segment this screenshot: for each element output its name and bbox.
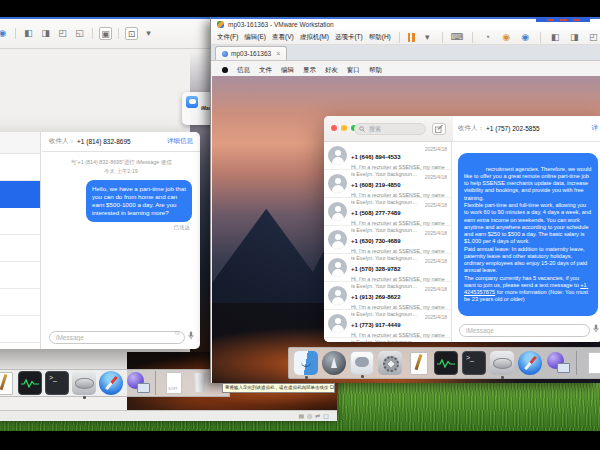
menu-item-4[interactable]: 选项卡(T) xyxy=(335,33,363,42)
close-traffic-light[interactable] xyxy=(331,125,337,131)
take-snapshot-icon[interactable]: ◉ xyxy=(500,31,513,44)
hdd-status-icon[interactable]: ▤ xyxy=(298,413,304,419)
conversation-list-item[interactable]: 2:19 xyxy=(0,316,40,343)
conversation-list-item[interactable]: +1 (913) 269-86222025/4/18Hi, I'm a recr… xyxy=(324,282,451,310)
display-scale-icon[interactable]: ⊡ xyxy=(125,27,138,40)
menu-item-3[interactable]: 虚拟机(M) xyxy=(300,33,329,42)
send-ctrl-alt-del-icon[interactable]: ⌨ xyxy=(451,31,464,44)
show-library-icon[interactable]: ◧ xyxy=(549,31,562,44)
conversation-list-item[interactable]: 2:19 xyxy=(0,343,40,349)
menu-item-2[interactable]: 查看(V) xyxy=(272,33,294,42)
textedit-icon[interactable] xyxy=(406,351,430,375)
caret-down-icon[interactable]: ▾ xyxy=(142,27,155,40)
terminal-icon[interactable]: >_ xyxy=(45,371,69,395)
to-label: 收件人： xyxy=(49,137,75,146)
menu-item-5[interactable]: 帮助(H) xyxy=(369,33,391,42)
textedit-icon[interactable] xyxy=(0,371,15,395)
mac-menu-1[interactable]: 文件 xyxy=(259,66,272,75)
close-button[interactable] xyxy=(573,19,580,21)
conversation-list-item[interactable]: 2:19 xyxy=(0,262,40,289)
manage-snapshots-icon[interactable]: ◉ xyxy=(519,31,532,44)
vm-tab-label: mp03-161363 xyxy=(231,50,271,57)
minimize-button[interactable] xyxy=(547,19,554,21)
imessage-input[interactable] xyxy=(49,331,185,344)
mac-menu-6[interactable]: 帮助 xyxy=(369,66,382,75)
compose-button[interactable] xyxy=(432,123,446,135)
unity-view-icon[interactable]: ◱ xyxy=(73,27,86,40)
automator-icon[interactable] xyxy=(72,371,96,395)
search-field[interactable] xyxy=(354,123,426,135)
conversation-list-item[interactable]: +1 (630) 730-46892025/4/18Hi, I'm a recr… xyxy=(324,226,451,254)
thumbnail-bar-icon[interactable]: ◨ xyxy=(568,31,581,44)
search-input[interactable] xyxy=(367,125,421,133)
conversation-list-item[interactable]: 2:19 xyxy=(0,235,40,262)
document-icon[interactable] xyxy=(583,351,600,375)
system-preferences-icon[interactable] xyxy=(378,351,402,375)
messages-icon[interactable] xyxy=(350,351,374,375)
message-input-row: ☺ xyxy=(49,326,194,344)
details-link[interactable]: 详细信息 xyxy=(167,137,193,146)
safari-icon[interactable] xyxy=(518,351,542,375)
minimize-traffic-light[interactable] xyxy=(341,125,347,131)
conversation-list-item[interactable]: +1 (570) 328-97822025/4/18Hi, I'm a recr… xyxy=(324,254,451,282)
menu-item-1[interactable]: 编辑(E) xyxy=(244,33,266,42)
window-controls[interactable] xyxy=(536,17,590,22)
terminal-icon[interactable]: >_ xyxy=(462,351,486,375)
avatar-icon xyxy=(328,258,347,277)
conversation-list-item[interactable]: 2:19 xyxy=(0,181,40,208)
details-link[interactable]: 详 xyxy=(592,124,599,133)
network-status-icon[interactable]: ⇄ xyxy=(315,413,320,419)
mac-menu-0[interactable]: 信息 xyxy=(237,66,250,75)
screen-sharing-icon[interactable] xyxy=(546,351,570,375)
conversation-list-item[interactable]: 2:19 xyxy=(0,289,40,316)
pause-icon[interactable] xyxy=(408,33,415,42)
tab-close-icon[interactable]: × xyxy=(276,50,280,57)
power-icon[interactable]: ◉ xyxy=(0,27,9,40)
activity-monitor-icon[interactable] xyxy=(18,371,42,395)
launchpad-icon[interactable] xyxy=(322,351,346,375)
snapshot-clock-icon[interactable]: ◔ xyxy=(481,31,494,44)
conversation-list-item[interactable]: 2:19 xyxy=(0,208,40,235)
safari-icon[interactable] xyxy=(99,371,123,395)
vm-tab[interactable]: mp03-161363 × xyxy=(215,46,287,60)
conversation-list-item[interactable]: 2:19 xyxy=(0,154,40,181)
conversation-list-item[interactable]: +1 (508) 277-74892025/4/18Hi, I'm a recr… xyxy=(324,198,451,226)
conversation-list-item[interactable]: +1 (646) 894-45332025/4/18Hi, I'm a recr… xyxy=(324,142,451,170)
microphone-icon[interactable] xyxy=(593,324,599,333)
avatar-icon xyxy=(328,314,347,333)
vm-main-screen: 信息文件编辑显示好友窗口帮助 xyxy=(212,64,600,383)
toolbar-separator xyxy=(15,28,16,39)
conversation-list-item[interactable]: +1 (608) 219-48502025/4/18Hi, I'm a recr… xyxy=(324,170,451,198)
cd-status-icon[interactable]: ◎ xyxy=(307,413,312,419)
mac-menu-2[interactable]: 编辑 xyxy=(281,66,294,75)
microphone-icon[interactable] xyxy=(188,331,194,340)
conversation-date: 2025/4/18 xyxy=(425,286,447,292)
thumbnail-bar-icon[interactable]: ◨ xyxy=(39,27,52,40)
conversation-date: 2025/4/18 xyxy=(425,146,447,152)
automator-icon[interactable] xyxy=(490,351,514,375)
fullscreen-view-icon[interactable]: ◰ xyxy=(587,31,600,44)
conversation-list-item[interactable]: +1 (858) 380-64202025/4/18Hi, I'm a recr… xyxy=(324,338,451,342)
running-indicator xyxy=(83,396,86,399)
show-library-icon[interactable]: ◧ xyxy=(22,27,35,40)
document-soft-icon[interactable] xyxy=(161,371,185,395)
finder-icon[interactable] xyxy=(294,351,318,375)
maximize-button[interactable] xyxy=(560,19,567,21)
screen-sharing-icon[interactable] xyxy=(126,371,150,395)
messages-app-icon xyxy=(186,96,198,108)
mac-menu-5[interactable]: 窗口 xyxy=(347,66,360,75)
conversation-list-item[interactable]: +1 (773) 917-44492025/4/18Hi, I'm a recr… xyxy=(324,310,451,338)
activity-monitor-icon[interactable] xyxy=(434,351,458,375)
imessage-input[interactable] xyxy=(459,324,590,337)
mac-menu-3[interactable]: 显示 xyxy=(303,66,316,75)
trash-icon[interactable] xyxy=(188,371,212,395)
console-view-icon[interactable]: ▣ xyxy=(99,27,112,40)
to-value: +1 (757) 202-5855 xyxy=(486,125,540,132)
caret-down-icon[interactable]: ▾ xyxy=(421,31,434,44)
menu-item-0[interactable]: 文件(F) xyxy=(217,33,238,42)
apple-menu-icon[interactable] xyxy=(222,67,228,73)
usb-status-icon[interactable]: ▢ xyxy=(323,413,329,419)
fullscreen-view-icon[interactable]: ◰ xyxy=(56,27,69,40)
emoji-icon[interactable]: ☺ xyxy=(173,328,181,337)
mac-menu-4[interactable]: 好友 xyxy=(325,66,338,75)
